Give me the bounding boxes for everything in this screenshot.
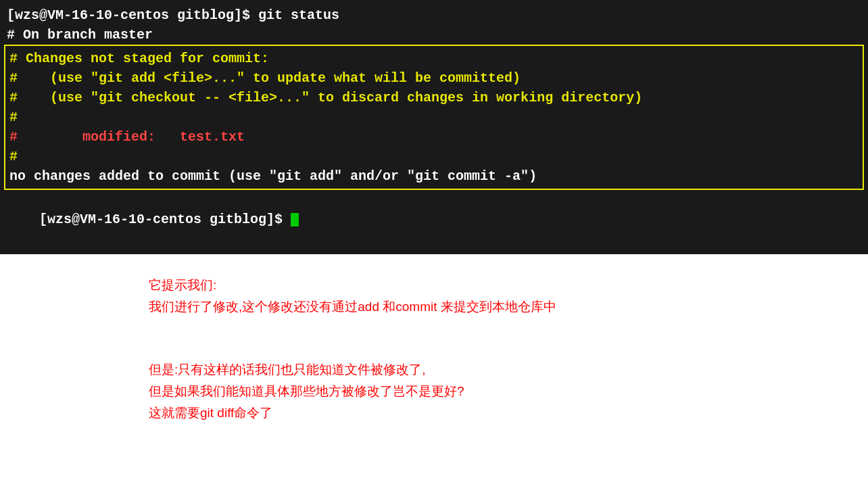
content-section: 它提示我们: 我们进行了修改,这个修改还没有通过add 和commit 来提交到… <box>0 254 868 444</box>
hint2-line3: 这就需要git diff命令了 <box>149 402 868 424</box>
hl-line-2: # (use "git add <file>..." to update wha… <box>9 68 859 88</box>
hl-line-3: # (use "git checkout -- <file>..." to di… <box>9 88 859 107</box>
hint2-line2: 但是如果我们能知道具体那些地方被修改了岂不是更好? <box>149 381 868 402</box>
terminal-line-1: [wzs@VM-16-10-centos gitblog]$ git statu… <box>0 5 868 25</box>
hint-block-1: 它提示我们: 我们进行了修改,这个修改还没有通过add 和commit 来提交到… <box>149 274 868 318</box>
terminal-prompt-final: [wzs@VM-16-10-centos gitblog]$ <box>0 190 868 249</box>
hl-line-6: # <box>9 147 859 166</box>
prompt-text: [wzs@VM-16-10-centos gitblog]$ <box>39 212 291 227</box>
highlighted-block: # Changes not staged for commit: # (use … <box>4 45 864 190</box>
hl-line-4: # <box>9 107 859 127</box>
cursor <box>291 213 299 226</box>
hl-line-7: no changes added to commit (use "git add… <box>9 166 859 186</box>
spacer <box>149 339 868 359</box>
hint1-label: 它提示我们: <box>149 274 868 296</box>
hint-block-2: 但是:只有这样的话我们也只能知道文件被修改了, 但是如果我们能知道具体那些地方被… <box>149 359 868 425</box>
hint2-line1: 但是:只有这样的话我们也只能知道文件被修改了, <box>149 359 868 381</box>
terminal-section: [wzs@VM-16-10-centos gitblog]$ git statu… <box>0 0 868 254</box>
hint1-text: 我们进行了修改,这个修改还没有通过add 和commit 来提交到本地仓库中 <box>149 296 868 318</box>
hl-line-1: # Changes not staged for commit: <box>9 49 859 68</box>
hl-line-5: # modified: test.txt <box>9 127 859 147</box>
terminal-line-2: # On branch master <box>0 25 868 45</box>
